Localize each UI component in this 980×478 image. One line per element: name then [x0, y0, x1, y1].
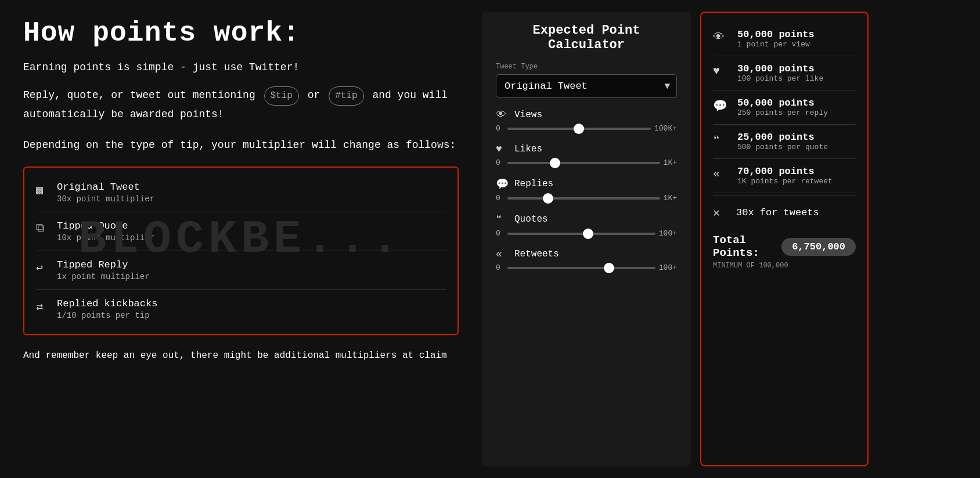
desc-mentioning: mentioning — [193, 89, 255, 101]
left-panel: BLOCKBE... How points work: Earning poin… — [0, 0, 482, 478]
quotes-min: 0 — [496, 229, 504, 238]
likes-max: 1K+ — [664, 158, 677, 167]
breakdown-replies-text: 50,000 points 250 points per reply — [737, 97, 828, 117]
tipped-quote-icon: ⧉ — [36, 222, 57, 235]
quotes-icon: ❝ — [496, 213, 509, 226]
likes-desc: 100 points per like — [737, 74, 823, 83]
likes-slider-row: ♥ Likes 0 1K+ — [496, 143, 677, 167]
footer-text: And remember keep an eye out, there migh… — [23, 348, 459, 364]
views-icon: 👁 — [496, 108, 509, 121]
kickbacks-icon: ⇄ — [36, 299, 57, 314]
retweets-slider-row: « Retweets 0 100+ — [496, 248, 677, 272]
desc-or: or — [308, 89, 320, 101]
multiplier-description: Depending on the type of tip, your multi… — [23, 136, 459, 154]
retweets-icon: « — [496, 248, 509, 260]
tipped-reply-name: Tipped Reply — [57, 259, 150, 270]
likes-slider[interactable] — [507, 162, 660, 164]
original-tweet-text: Original Tweet 30x point multiplier — [57, 182, 154, 204]
replies-icon: 💬 — [496, 178, 509, 190]
quotes-slider-row: ❝ Quotes 0 100+ — [496, 213, 677, 238]
total-points-label: Total Points: — [713, 234, 773, 259]
views-desc: 1 point per view — [737, 40, 815, 49]
breakdown-likes: ♥ 30,000 points 100 points per like — [713, 56, 856, 90]
tipped-quote-multiplier: 10x point multiplier — [57, 233, 154, 242]
desc-prefix: Reply, quote, or tweet out — [23, 89, 186, 101]
tipped-quote-name: Tipped Quote — [57, 220, 154, 231]
views-max: 100K+ — [654, 124, 677, 133]
original-tweet-icon: ▩ — [36, 183, 57, 197]
breakdown-retweets: « 70,000 points 1K points per retweet — [713, 159, 856, 193]
select-container[interactable]: Original Tweet Tipped Quote Tipped Reply… — [496, 74, 677, 98]
replies-label: Replies — [514, 179, 553, 189]
right-panels: Expected Point Calculator Tweet Type Ori… — [482, 0, 880, 478]
retweets-label: Retweets — [514, 249, 559, 259]
likes-min: 0 — [496, 158, 504, 167]
quotes-track: 0 100+ — [496, 229, 677, 238]
tweet-type-selector: Tweet Type Original Tweet Tipped Quote T… — [496, 63, 677, 98]
breakdown-retweets-icon: « — [713, 167, 728, 180]
likes-icon: ♥ — [496, 143, 509, 155]
original-tweet-name: Original Tweet — [57, 182, 154, 193]
badge-stip: $tip — [264, 86, 299, 106]
multiplier-row: ✕ 30x for tweets — [713, 195, 856, 226]
breakdown-views-text: 50,000 points 1 point per view — [737, 29, 815, 49]
tipped-reply-icon: ↩ — [36, 260, 57, 275]
tweet-type-quote: ⧉ Tipped Quote 10x point multiplier — [36, 212, 446, 251]
tweet-type-reply: ↩ Tipped Reply 1x point multiplier — [36, 251, 446, 290]
likes-label: Likes — [514, 144, 542, 154]
views-track: 0 100K+ — [496, 124, 677, 133]
breakdown-quotes-text: 25,000 points 500 points per quote — [737, 132, 828, 151]
quotes-slider[interactable] — [507, 233, 655, 235]
replies-points: 50,000 points — [737, 97, 828, 108]
breakdown-quotes: ❝ 25,000 points 500 points per quote — [713, 125, 856, 159]
quotes-label-row: ❝ Quotes — [496, 213, 677, 226]
retweets-max: 100+ — [659, 263, 677, 272]
tipped-reply-multiplier: 1x point multiplier — [57, 272, 150, 281]
tipped-reply-text: Tipped Reply 1x point multiplier — [57, 259, 150, 281]
breakdown-likes-icon: ♥ — [713, 64, 728, 78]
subtitle: Earning points is simple - just use Twit… — [23, 59, 459, 76]
quotes-label: Quotes — [514, 214, 548, 224]
minimum-label: MINIMUM OF 100,000 — [713, 259, 856, 270]
breakdown-likes-text: 30,000 points 100 points per like — [737, 63, 823, 83]
points-breakdown-box: 👁 50,000 points 1 point per view ♥ 30,00… — [700, 12, 869, 466]
retweets-track: 0 100+ — [496, 263, 677, 272]
breakdown-replies-icon: 💬 — [713, 99, 728, 113]
replies-slider-row: 💬 Replies 0 1K+ — [496, 178, 677, 202]
tweet-type-selector-label: Tweet Type — [496, 63, 677, 71]
tweet-type-original: ▩ Original Tweet 30x point multiplier — [36, 173, 446, 212]
tweet-types-box: ▩ Original Tweet 30x point multiplier ⧉ … — [23, 166, 459, 335]
replies-label-row: 💬 Replies — [496, 178, 677, 190]
views-slider[interactable] — [507, 128, 651, 130]
replies-slider[interactable] — [507, 197, 660, 200]
retweets-slider[interactable] — [507, 267, 655, 269]
views-points: 50,000 points — [737, 29, 815, 40]
quotes-desc: 500 points per quote — [737, 143, 828, 151]
breakdown-quotes-icon: ❝ — [713, 133, 728, 147]
retweets-min: 0 — [496, 263, 504, 272]
badge-htip: #tip — [329, 86, 363, 106]
multiplier-x-icon: ✕ — [713, 205, 728, 220]
replies-desc: 250 points per reply — [737, 108, 828, 117]
page-title: How points work: — [23, 17, 459, 49]
kickbacks-name: Replied kickbacks — [57, 298, 157, 309]
views-label-row: 👁 Views — [496, 108, 677, 121]
tweet-type-kickbacks: ⇄ Replied kickbacks 1/10 points per tip — [36, 290, 446, 328]
retweets-desc: 1K points per retweet — [737, 177, 833, 186]
calculator-panel: Expected Point Calculator Tweet Type Ori… — [482, 12, 691, 466]
retweets-points: 70,000 points — [737, 166, 833, 177]
breakdown-views: 👁 50,000 points 1 point per view — [713, 22, 856, 56]
replies-max: 1K+ — [664, 194, 677, 202]
breakdown-views-icon: 👁 — [713, 30, 728, 44]
replies-track: 0 1K+ — [496, 194, 677, 202]
views-label: Views — [514, 110, 542, 120]
tweet-type-dropdown[interactable]: Original Tweet Tipped Quote Tipped Reply… — [496, 74, 677, 98]
likes-points: 30,000 points — [737, 63, 823, 74]
likes-track: 0 1K+ — [496, 158, 677, 167]
total-points-row: Total Points: 6,750,000 — [713, 226, 856, 259]
tipped-quote-text: Tipped Quote 10x point multiplier — [57, 220, 154, 242]
views-slider-row: 👁 Views 0 100K+ — [496, 108, 677, 133]
multiplier-label: 30x for tweets — [736, 207, 819, 218]
kickbacks-multiplier: 1/10 points per tip — [57, 311, 157, 320]
calculator-title: Expected Point Calculator — [496, 23, 677, 52]
